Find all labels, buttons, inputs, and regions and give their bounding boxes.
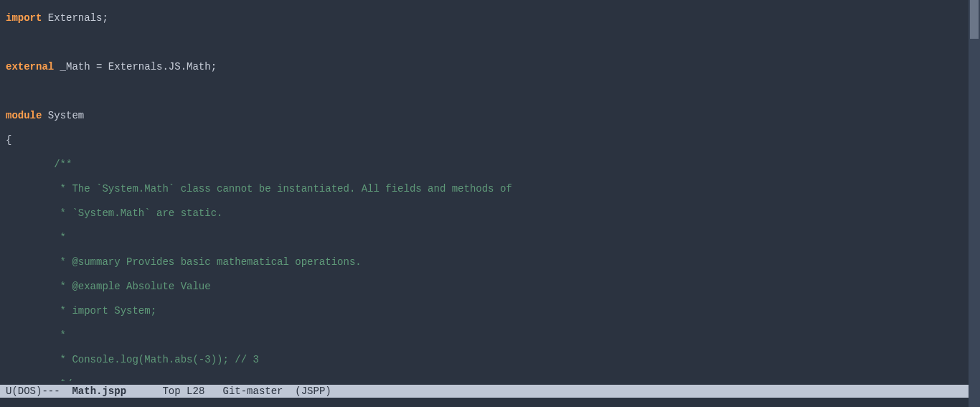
code-line: module System bbox=[6, 110, 969, 122]
minibuffer[interactable] bbox=[0, 398, 980, 407]
scrollbar-thumb[interactable] bbox=[970, 0, 979, 39]
code-editor[interactable]: import Externals; external _Math = Exter… bbox=[0, 0, 969, 381]
vertical-scrollbar[interactable] bbox=[969, 0, 980, 407]
code-line: import Externals; bbox=[6, 12, 969, 24]
code-line: */ bbox=[6, 378, 969, 381]
status-filename: Math.jspp bbox=[72, 385, 126, 397]
code-line: * bbox=[6, 232, 969, 244]
code-line: * @example Absolute Value bbox=[6, 281, 969, 293]
code-line: * bbox=[6, 329, 969, 342]
code-line: * The `System.Math` class cannot be inst… bbox=[6, 183, 969, 195]
code-line bbox=[6, 85, 969, 98]
code-line: external _Math = Externals.JS.Math; bbox=[6, 61, 969, 73]
code-line: * import System; bbox=[6, 305, 969, 317]
code-line: /** bbox=[6, 159, 969, 171]
code-line: { bbox=[6, 134, 969, 146]
code-line bbox=[6, 37, 969, 49]
code-line: * `System.Math` are static. bbox=[6, 207, 969, 220]
status-bar: U(DOS)--- Math.jspp Top L28 Git-master (… bbox=[0, 385, 969, 398]
code-line: * Console.log(Math.abs(-3)); // 3 bbox=[6, 354, 969, 366]
code-line: * @summary Provides basic mathematical o… bbox=[6, 256, 969, 268]
status-position: Top L28 Git-master (JSPP) bbox=[162, 385, 331, 397]
